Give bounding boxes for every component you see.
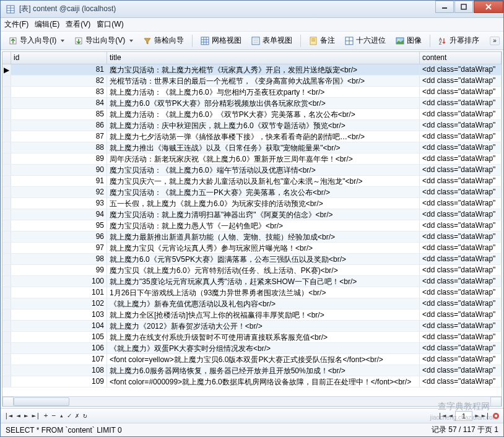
cell-content[interactable]: <dd class="dataWrap" bbox=[420, 365, 502, 376]
cell-content[interactable]: <dd class="dataWrap" bbox=[420, 198, 502, 209]
cell-title[interactable]: 魔力宝贝活动：就上魔力光棍节《玩家真人秀》开启，发照片送绝版宠<br/> bbox=[107, 64, 420, 75]
page-first-button[interactable]: |◄ bbox=[438, 412, 446, 420]
table-row[interactable]: 106《就上魔力》双蛋PK大赛实时分组情况发布<br/><dd class="d… bbox=[2, 343, 502, 354]
cell-id[interactable]: 91 bbox=[11, 176, 107, 186]
menu-view[interactable]: 查看(V) bbox=[66, 19, 90, 30]
table-row[interactable]: 1011月26日下午游戏线上活动（93魔力异世界勇者围攻法兰城）<br/><dd… bbox=[2, 287, 502, 298]
scrollbar-thumb[interactable] bbox=[14, 397, 69, 406]
cell-title[interactable]: 魔力宝贝庆六一，就上魔力大龄儿童活动以及新礼包"童心未泯～泡泡龙"<br/> bbox=[107, 176, 420, 186]
cell-title[interactable]: 魔力宝贝《就上魔力6.0》元宵特别活动(任务、线上活动、PK赛)<br/> bbox=[107, 265, 420, 275]
table-row[interactable]: 93五一长假，就上魔力《就上魔力6.0》为玩家安排的活动预览<br/><dd c… bbox=[2, 198, 502, 209]
row-handle[interactable] bbox=[2, 254, 11, 264]
column-header-title[interactable]: title bbox=[107, 52, 420, 64]
cell-id[interactable]: 103 bbox=[11, 309, 107, 320]
image-button[interactable]: 图像 bbox=[391, 33, 426, 48]
cell-content[interactable]: <dd class="dataWrap" bbox=[420, 321, 502, 331]
table-row[interactable]: 107<font color=yellow>就上魔力宝贝6.0版本双蛋PK大赛正… bbox=[2, 354, 502, 365]
row-handle[interactable] bbox=[2, 276, 11, 287]
cell-content[interactable]: <dd class="dataWrap" bbox=[420, 142, 502, 153]
cell-id[interactable]: 97 bbox=[11, 243, 107, 253]
export-wizard-button[interactable]: 导出向导(V) bbox=[70, 33, 137, 48]
cell-content[interactable]: <dd class="dataWrap" bbox=[420, 165, 502, 175]
cell-content[interactable]: <dd class="dataWrap" bbox=[420, 120, 502, 131]
cell-title[interactable]: 就上魔力宝贝《元宵论坛真人秀》参与玩家照片曝光咯！<br/> bbox=[107, 243, 420, 253]
cell-title[interactable]: 魔力宝贝活动：就上魔力清明扫墓"神器出窍"《阿夏芙的信念》<br/> bbox=[107, 209, 420, 220]
table-row[interactable]: 92魔力宝贝活动：《就上魔力五一PK大赛》完美落幕，名次公布<br/><dd c… bbox=[2, 187, 502, 198]
cell-content[interactable]: <dd class="dataWrap" bbox=[420, 64, 502, 75]
cell-title[interactable]: 就上魔力推出《海贼王连战》以及《日常任务》获取"宠物能量果"<br/> bbox=[107, 142, 420, 153]
table-row[interactable]: 95魔力宝贝活动：就上魔力愚人节《一起钓鱼吧》<br/><dd class="d… bbox=[2, 220, 502, 231]
cell-id[interactable]: 81 bbox=[11, 64, 107, 75]
page-last-button[interactable]: ►| bbox=[482, 412, 490, 420]
menu-edit[interactable]: 编辑(E) bbox=[35, 19, 59, 30]
table-row[interactable]: 99魔力宝贝《就上魔力6.0》元宵特别活动(任务、线上活动、PK赛)<br/><… bbox=[2, 265, 502, 276]
nav-last-button[interactable]: ►| bbox=[32, 412, 40, 420]
cell-content[interactable]: <dd class="dataWrap" bbox=[420, 243, 502, 253]
cell-content[interactable]: <dd class="dataWrap" bbox=[420, 376, 502, 387]
cell-content[interactable]: <dd class="dataWrap" bbox=[420, 231, 502, 242]
nav-cancel-button[interactable]: ✗ bbox=[75, 412, 79, 420]
cell-title[interactable]: 就上魔力七夕活动第一弹《搞怪故事楼下接》，快来看看奇葩的剧情吧…<br/> bbox=[107, 131, 420, 142]
cell-content[interactable]: <dd class="dataWrap" bbox=[420, 209, 502, 220]
cell-title[interactable]: 就上魔力活动：《就上魔力6.0》与您相约万圣夜狂欢party！<br/> bbox=[107, 87, 420, 97]
nav-post-button[interactable]: ✓ bbox=[67, 412, 72, 420]
row-handle[interactable] bbox=[2, 265, 11, 275]
table-row[interactable]: 90魔力宝贝活动：《就上魔力6.0》端午节活动以及优惠详情<br/><dd cl… bbox=[2, 165, 502, 176]
table-row[interactable]: 96就上魔力最新推出新道具新功能（人物、宠物、技能）经验加成<br/><dd c… bbox=[2, 231, 502, 243]
table-row[interactable]: 86就上魔力活动：庆中秋迎国庆，就上魔力6.0《双节专题活动》预览<br/><d… bbox=[2, 120, 502, 131]
cell-id[interactable]: 92 bbox=[11, 187, 107, 197]
close-button[interactable] bbox=[474, 1, 503, 13]
row-handle[interactable] bbox=[2, 98, 11, 108]
page-next-button[interactable]: ► bbox=[475, 412, 479, 420]
row-handle[interactable] bbox=[2, 220, 11, 231]
row-handle[interactable] bbox=[2, 365, 11, 376]
cell-content[interactable]: <dd class="dataWrap" bbox=[420, 354, 502, 365]
cell-title[interactable]: 魔力宝贝活动：《就上魔力6.0》端午节活动以及优惠详情<br/> bbox=[107, 165, 420, 175]
column-header-content[interactable]: content bbox=[420, 52, 502, 64]
cell-title[interactable]: 魔力宝贝活动：就上魔力愚人节《一起钓鱼吧》<br/> bbox=[107, 220, 420, 231]
row-handle[interactable] bbox=[2, 154, 11, 164]
form-view-button[interactable]: 表单视图 bbox=[247, 33, 297, 48]
table-row[interactable]: 94魔力宝贝活动：就上魔力清明扫墓"神器出窍"《阿夏芙的信念》<br/><dd … bbox=[2, 209, 502, 220]
table-row[interactable]: 97就上魔力宝贝《元宵论坛真人秀》参与玩家照片曝光咯！<br/><dd clas… bbox=[2, 243, 502, 254]
cell-content[interactable]: <dd class="dataWrap" bbox=[420, 276, 502, 287]
cell-content[interactable]: <dd class="dataWrap" bbox=[420, 343, 502, 353]
cell-id[interactable]: 94 bbox=[11, 209, 107, 220]
cell-content[interactable]: <dd class="dataWrap" bbox=[420, 309, 502, 320]
cell-title[interactable]: 就上魔力"35度论坛元宵玩家真人秀"活动，赶紧来SHOW一下自己吧！<br/> bbox=[107, 276, 420, 287]
stop-icon[interactable] bbox=[492, 412, 500, 420]
cell-title[interactable]: 《就上魔力》新春充值优惠活动以及礼包内容<br/> bbox=[107, 298, 420, 309]
cell-title[interactable]: <font color=#000099>就上魔力6.0数据库机房网络设备故障，目… bbox=[107, 376, 420, 387]
row-handle[interactable] bbox=[2, 343, 11, 353]
table-row[interactable]: 103就上魔力全区[抢楼活动]快点写上你的祝福赢得丰厚奖励吧！<br/><dd … bbox=[2, 309, 502, 321]
cell-id[interactable]: 84 bbox=[11, 98, 107, 108]
cell-id[interactable]: 86 bbox=[11, 120, 107, 131]
cell-title[interactable]: 周年庆活动：新老玩家庆祝《就上魔力6.0》重新开放三周年嘉年华！<br/> bbox=[107, 154, 420, 164]
cell-content[interactable]: <dd class="dataWrap" bbox=[420, 265, 502, 275]
page-number-input[interactable] bbox=[455, 411, 472, 421]
cell-title[interactable]: 就上魔力《2012》新春贺岁活动大公开！<br/> bbox=[107, 321, 420, 331]
page-prev-button[interactable]: ◄ bbox=[449, 412, 453, 420]
row-handle[interactable] bbox=[2, 165, 11, 175]
maximize-button[interactable] bbox=[454, 1, 473, 13]
cell-title[interactable]: 就上魔力活动：庆中秋迎国庆，就上魔力6.0《双节专题活动》预览<br/> bbox=[107, 120, 420, 131]
cell-id[interactable]: 108 bbox=[11, 365, 107, 376]
cell-id[interactable]: 104 bbox=[11, 321, 107, 331]
cell-title[interactable]: 《就上魔力》双蛋PK大赛实时分组情况发布<br/> bbox=[107, 343, 420, 353]
table-row[interactable]: 91魔力宝贝庆六一，就上魔力大龄儿童活动以及新礼包"童心未泯～泡泡龙"<br/>… bbox=[2, 176, 502, 187]
row-handle[interactable] bbox=[2, 209, 11, 220]
cell-id[interactable]: 95 bbox=[11, 220, 107, 231]
cell-content[interactable]: <dd class="dataWrap" bbox=[420, 154, 502, 164]
nav-refresh-button[interactable]: ↻ bbox=[83, 412, 87, 420]
cell-content[interactable]: <dd class="dataWrap" bbox=[420, 187, 502, 197]
row-handle[interactable] bbox=[2, 309, 11, 320]
cell-title[interactable]: 就上魔力6.0《元宵5V5PK大赛》圆满落幕，公布三强队伍以及奖励<br/> bbox=[107, 254, 420, 264]
toolbar-expand-button[interactable]: » bbox=[490, 37, 500, 45]
menu-file[interactable]: 文件(F) bbox=[4, 19, 28, 30]
horizontal-scrollbar[interactable] bbox=[2, 396, 502, 406]
table-row[interactable]: 82光棍节活动：世界末日的最后一个光棍节，《变身高富帅大战黑客帝国》<br/><… bbox=[2, 76, 502, 87]
cell-id[interactable]: 107 bbox=[11, 354, 107, 365]
cell-id[interactable]: 87 bbox=[11, 131, 107, 142]
nav-add-button[interactable]: + bbox=[44, 412, 48, 420]
row-handle[interactable] bbox=[2, 76, 11, 86]
